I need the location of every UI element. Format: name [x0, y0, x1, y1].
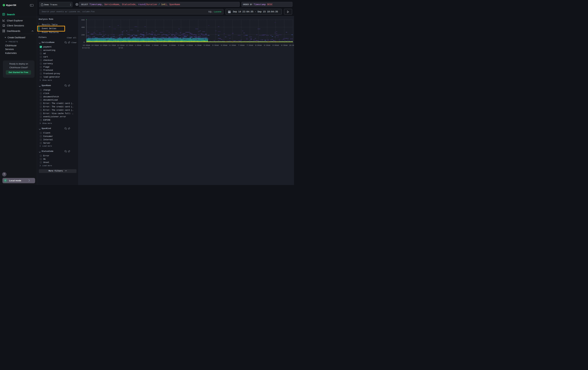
- svg-text:3:30am: 3:30am: [178, 44, 184, 46]
- svg-text:0: 0: [84, 41, 85, 43]
- svg-text:1:30am: 1:30am: [143, 44, 150, 46]
- svg-text:6:00am: 6:00am: [221, 44, 227, 46]
- svg-text:6:30am: 6:30am: [230, 44, 236, 46]
- svg-text:11:00pm: 11:00pm: [100, 44, 107, 46]
- svg-text:8:30am: 8:30am: [264, 44, 271, 46]
- svg-text:9/14/25: 9/14/25: [82, 47, 90, 49]
- svg-text:7:00am: 7:00am: [238, 44, 245, 46]
- svg-text:5:00am: 5:00am: [203, 44, 210, 46]
- svg-text:12:00am: 12:00am: [117, 44, 125, 46]
- svg-text:8:00am: 8:00am: [255, 44, 262, 46]
- svg-text:600: 600: [81, 19, 85, 21]
- svg-text:200: 200: [81, 34, 85, 36]
- svg-text:9:00am: 9:00am: [273, 44, 279, 46]
- svg-text:400: 400: [81, 26, 85, 28]
- svg-text:2:00am: 2:00am: [152, 44, 158, 46]
- svg-text:4:30am: 4:30am: [195, 44, 202, 46]
- svg-text:10:30pm: 10:30pm: [91, 44, 99, 46]
- svg-text:2:30am: 2:30am: [160, 44, 167, 46]
- svg-text:9/15: 9/15: [119, 47, 123, 49]
- svg-text:7:30am: 7:30am: [247, 44, 253, 46]
- svg-text:12:30am: 12:30am: [126, 44, 133, 46]
- svg-text:11:30pm: 11:30pm: [108, 44, 116, 46]
- svg-text:5:30am: 5:30am: [212, 44, 219, 46]
- svg-text:1:00am: 1:00am: [135, 44, 141, 46]
- svg-text:10:00pm: 10:00pm: [83, 44, 90, 46]
- svg-text:10:00am: 10:00am: [289, 44, 294, 46]
- svg-text:4:00am: 4:00am: [187, 44, 193, 46]
- svg-text:9:30am: 9:30am: [281, 44, 288, 46]
- svg-text:3:00am: 3:00am: [169, 44, 176, 46]
